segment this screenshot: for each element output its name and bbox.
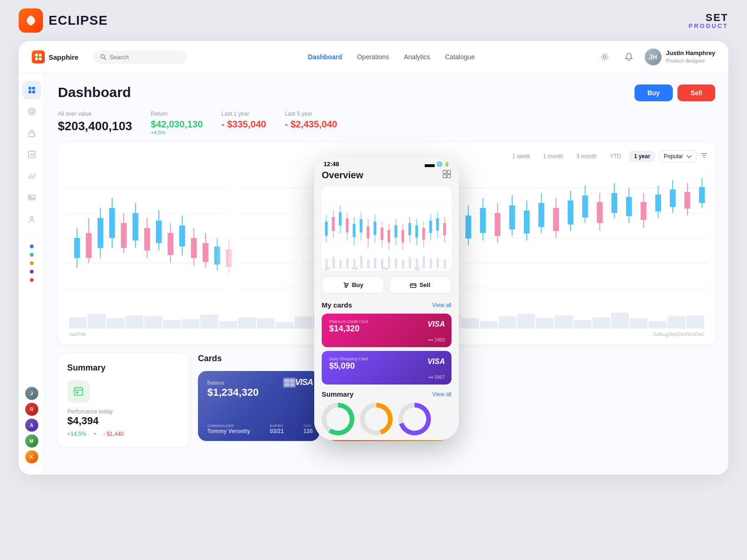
sidebar-icon-user[interactable] (22, 210, 41, 228)
svg-rect-110 (447, 175, 451, 178)
svg-rect-98 (655, 195, 661, 211)
phone-chart: Jan Feb Mar Apr (322, 187, 451, 271)
x-label-dec: Dec (695, 331, 704, 337)
card1-footer: CARDHOLDER Tommy Versetty EXPIRY 03/21 C… (207, 424, 313, 434)
svg-rect-148 (436, 218, 439, 231)
nav-link-catalogue[interactable]: Catalogue (445, 53, 475, 61)
header-actions: Buy Sell (634, 84, 715, 101)
card1-visa: VISA (295, 378, 313, 387)
user-avatar-5[interactable]: K (25, 450, 38, 463)
x-label-sep: Sep (669, 331, 678, 337)
dot-orange[interactable] (30, 261, 34, 265)
x-label-nov: Nov (686, 331, 695, 337)
svg-rect-80 (524, 210, 530, 233)
credit-card-1: Balance $1,234,320 VISA CARDHOLDER Tommy (198, 371, 319, 441)
svg-rect-82 (538, 203, 544, 227)
sidebar-icon-bar[interactable] (22, 167, 41, 185)
sidebar-icon-chart[interactable] (22, 145, 41, 164)
sidebar-divider (26, 235, 37, 235)
nav-link-dashboard[interactable]: Dashboard (308, 53, 342, 61)
svg-rect-176 (76, 392, 78, 393)
last-1y-label: Last 1 year (221, 111, 266, 117)
phone-sell-button[interactable]: Sell (389, 276, 451, 294)
svg-rect-74 (480, 208, 486, 233)
user-avatar-4[interactable]: M (25, 434, 38, 448)
phone-buy-button[interactable]: Buy (322, 276, 384, 294)
dashboard-title: Dashboard (58, 84, 131, 100)
filter-icon[interactable] (700, 152, 708, 161)
svg-rect-96 (641, 202, 647, 220)
filter-1week[interactable]: 1 week (507, 151, 535, 162)
sidebar-icon-lock[interactable] (22, 124, 41, 142)
search-input[interactable] (110, 54, 181, 61)
svg-rect-122 (346, 218, 349, 232)
filter-1month[interactable]: 1 month (538, 151, 568, 162)
search-icon (100, 54, 106, 60)
perf-label: Perfomance today (67, 408, 179, 415)
user-avatar-2[interactable]: R (25, 403, 38, 416)
nav-links: Dashboard Operations Analytics Catalogue (308, 53, 475, 61)
dot-red[interactable] (30, 278, 34, 282)
svg-rect-153 (339, 260, 342, 268)
svg-point-4 (101, 55, 105, 58)
set-label: SET (705, 13, 728, 23)
phone-summary-view-all[interactable]: View all (432, 391, 451, 398)
svg-text:Apr: Apr (415, 266, 421, 271)
sidebar-icon-grid[interactable] (22, 81, 41, 99)
left-sidebar: J R A M K (19, 73, 45, 475)
search-box[interactable] (93, 50, 187, 64)
svg-rect-154 (346, 258, 349, 268)
sidebar-icon-image[interactable] (22, 188, 41, 207)
phone-menu-icon[interactable] (442, 169, 451, 181)
view-all-button[interactable]: View all (432, 302, 451, 308)
nav-link-analytics[interactable]: Analytics (404, 53, 430, 61)
filter-ytd[interactable]: YTD (605, 151, 626, 162)
user-avatar-3[interactable]: A (25, 419, 38, 432)
svg-rect-9 (28, 91, 31, 93)
phone-buy-label: Buy (352, 281, 364, 288)
svg-rect-140 (409, 223, 411, 235)
sidebar-icon-circle[interactable] (22, 102, 41, 121)
phone-time: 12:48 (324, 161, 339, 168)
svg-rect-76 (494, 213, 500, 236)
gauge-2 (360, 403, 393, 435)
popular-select[interactable]: Popular (659, 150, 697, 162)
phone-status-bar: 12:48 ▄▄▄ 🌐 🔋 (314, 157, 459, 169)
settings-icon[interactable] (596, 49, 613, 65)
sell-button[interactable]: Sell (677, 84, 715, 101)
phone-summary-header: Summary View all (322, 390, 451, 398)
svg-rect-92 (612, 193, 618, 213)
card1-chip (283, 378, 296, 388)
phone-status-icons: ▄▄▄ 🌐 🔋 (425, 161, 450, 167)
phone-card-2-num: ••• 5467 (428, 375, 445, 380)
svg-rect-124 (353, 224, 356, 237)
perf-icon-wrap (67, 380, 90, 403)
user-avatar-1[interactable]: J (25, 387, 38, 400)
dot-blue[interactable] (30, 245, 34, 248)
svg-point-12 (30, 110, 33, 113)
svg-rect-142 (416, 225, 418, 238)
filter-3month[interactable]: 3 month (572, 151, 601, 162)
svg-rect-158 (374, 258, 376, 268)
nav-bar: Sapphire Dashboard Operations Analytics … (19, 41, 728, 73)
phone-card-1-type: Platinum Credit Card (329, 319, 444, 324)
svg-point-17 (30, 217, 33, 219)
phone-overview-title: Overview (322, 170, 363, 181)
calendar-icon (73, 386, 84, 397)
svg-rect-116 (325, 222, 328, 236)
buy-icon (343, 282, 349, 288)
svg-rect-10 (32, 91, 35, 93)
svg-rect-7 (28, 87, 31, 90)
filter-1year[interactable]: 1 year (629, 151, 655, 162)
notification-icon[interactable] (620, 49, 637, 65)
svg-rect-2 (35, 57, 38, 60)
avatar: JH (645, 49, 662, 65)
dot-purple[interactable] (30, 270, 34, 273)
main-content: Dashboard Buy Sell All over value $203,4… (45, 73, 728, 475)
svg-rect-109 (443, 175, 446, 178)
card1-cardholder: CARDHOLDER Tommy Versetty (207, 424, 250, 434)
svg-rect-162 (402, 260, 404, 268)
dot-green[interactable] (30, 253, 34, 257)
nav-link-operations[interactable]: Operations (357, 53, 389, 61)
buy-button[interactable]: Buy (634, 84, 673, 101)
